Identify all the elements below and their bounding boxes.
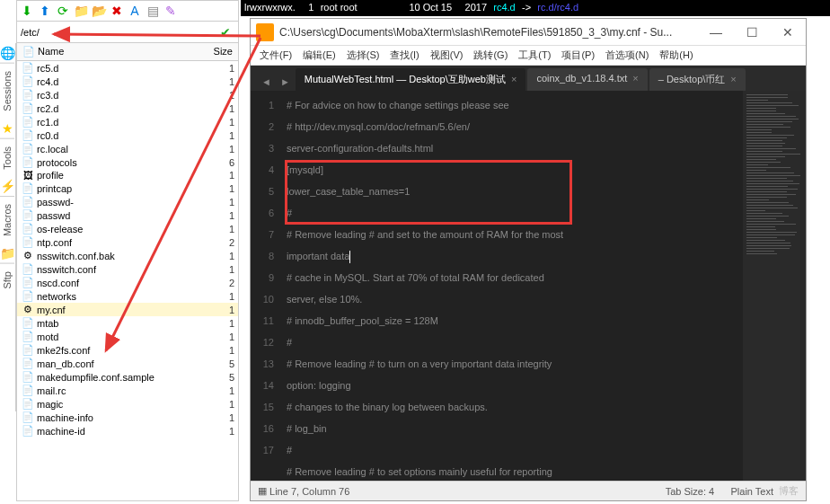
- file-row[interactable]: 📄rc3.d1: [17, 88, 238, 102]
- menu-item[interactable]: 帮助(H): [656, 47, 696, 64]
- code-line: lower_case_table_names=1: [287, 181, 743, 202]
- file-size: 1: [208, 318, 234, 329]
- file-row[interactable]: 📄man_db.conf5: [17, 357, 238, 370]
- file-icon: ⚙: [21, 304, 35, 315]
- file-icon: 📄: [21, 223, 35, 234]
- file-row[interactable]: 📄machine-info1: [17, 411, 238, 424]
- file-row[interactable]: 📄motd1: [17, 330, 238, 343]
- file-row[interactable]: 📄makedumpfile.conf.sample5: [17, 370, 238, 384]
- file-name: rc5.d: [35, 63, 208, 74]
- file-row[interactable]: 📄passwd-1: [17, 195, 238, 208]
- tab-sessions[interactable]: Sessions: [0, 63, 14, 119]
- tab-close-icon[interactable]: ×: [730, 74, 736, 84]
- folder-open-icon[interactable]: 📁: [73, 3, 89, 19]
- tab-next-icon[interactable]: ►: [277, 73, 294, 91]
- file-row[interactable]: 📄protocols6: [17, 155, 238, 169]
- code-line: server-configuration-defaults.html: [287, 137, 743, 159]
- file-row[interactable]: 📄rc0.d1: [17, 128, 238, 142]
- file-row[interactable]: 📄magic1: [17, 397, 238, 411]
- file-row[interactable]: 📄rc2.d1: [17, 102, 238, 115]
- text-icon[interactable]: A: [127, 3, 143, 19]
- status-syntax[interactable]: Plain Text: [731, 486, 774, 497]
- minimap[interactable]: [743, 91, 806, 481]
- menu-item[interactable]: 跳转(G): [470, 47, 511, 64]
- file-row[interactable]: 📄mke2fs.conf1: [17, 343, 238, 357]
- editor-tabs: ◄ ► MutualWebTest.html — Desktop\互助web测试…: [251, 66, 806, 91]
- close-button[interactable]: ✕: [770, 25, 806, 40]
- file-icon: 📄: [21, 89, 35, 101]
- file-size: 1: [208, 103, 234, 114]
- tab-macros[interactable]: Macros: [0, 196, 14, 243]
- file-row[interactable]: 📄os-release1: [17, 222, 238, 235]
- code-line: # For advice on how to change settings p…: [287, 94, 743, 116]
- file-row[interactable]: 📄nscd.conf2: [17, 276, 238, 289]
- col-name[interactable]: 📄 Name: [17, 43, 202, 60]
- file-name: profile: [35, 170, 208, 181]
- delete-icon[interactable]: ✖: [109, 3, 125, 19]
- status-tabsize[interactable]: Tab Size: 4: [666, 486, 714, 497]
- code-area[interactable]: # For advice on how to change settings p…: [281, 91, 743, 481]
- file-name: mtab: [35, 318, 208, 329]
- menu-item[interactable]: 选择(S): [343, 47, 384, 64]
- file-row[interactable]: 📄nsswitch.conf1: [17, 262, 238, 276]
- code-line: # changes to the binary log between back…: [287, 396, 743, 418]
- file-icon: 📄: [21, 143, 35, 155]
- code-line: important data: [287, 245, 743, 267]
- file-icon: 📄: [21, 385, 35, 396]
- file-size: 1: [208, 412, 234, 423]
- file-row[interactable]: 📄machine-id1: [17, 424, 238, 438]
- file-toolbar: ⬇ ⬆ ⟳ 📁 📂 ✖ A ▤ ✎: [16, 0, 239, 22]
- new-folder-icon[interactable]: 📂: [91, 3, 107, 19]
- file-row[interactable]: 📄passwd1: [17, 208, 238, 222]
- refresh-icon[interactable]: ⟳: [55, 3, 71, 19]
- file-icon: 📄: [21, 317, 35, 329]
- doc-icon[interactable]: ▤: [145, 3, 161, 19]
- file-row[interactable]: 📄ntp.conf2: [17, 235, 238, 249]
- col-size[interactable]: Size: [202, 43, 238, 60]
- file-row[interactable]: ⚙nsswitch.conf.bak1: [17, 249, 238, 262]
- maximize-button[interactable]: ☐: [734, 25, 770, 40]
- file-row[interactable]: 📄networks1: [17, 289, 238, 303]
- tab-tools[interactable]: Tools: [0, 138, 14, 177]
- file-row[interactable]: 📄rc5.d1: [17, 61, 238, 75]
- file-name: makedumpfile.conf.sample: [35, 372, 208, 383]
- file-size: 1: [208, 90, 234, 101]
- editor-tab[interactable]: coinx_db_v1.18.4.txt×: [527, 68, 647, 91]
- menu-item[interactable]: 文件(F): [256, 47, 296, 64]
- download-icon[interactable]: ⬇: [19, 3, 35, 19]
- path-input[interactable]: [17, 27, 220, 38]
- file-row[interactable]: 📄mtab1: [17, 316, 238, 330]
- file-row[interactable]: 📄printcap1: [17, 181, 238, 195]
- menu-item[interactable]: 视图(V): [427, 47, 467, 64]
- editor-tab[interactable]: – Desktop\币红×: [649, 68, 746, 91]
- status-pos[interactable]: Line 7, Column 76: [269, 486, 349, 497]
- file-row[interactable]: 📄mail.rc1: [17, 384, 238, 397]
- editor-tab[interactable]: MutualWebTest.html — Desktop\互助web测试×: [296, 68, 526, 91]
- tab-close-icon[interactable]: ×: [632, 73, 638, 84]
- editor-area[interactable]: 1234567891011121314151617 # For advice o…: [251, 91, 806, 481]
- file-row[interactable]: ⚙my.cnf1: [17, 303, 238, 316]
- file-row[interactable]: 🖼profile1: [17, 169, 238, 181]
- file-name: mail.rc: [35, 385, 208, 396]
- menu-item[interactable]: 查找(I): [386, 47, 422, 64]
- file-size: 1: [208, 144, 234, 155]
- file-row[interactable]: 📄rc.local1: [17, 142, 238, 155]
- menu-item[interactable]: 首选项(N): [602, 47, 652, 64]
- side-tabs: 🌐 Sessions ★ Tools ⚡ Macros 📁 Sftp: [0, 43, 16, 411]
- menu-item[interactable]: 编辑(E): [299, 47, 340, 64]
- status-icon: ▦: [258, 485, 267, 497]
- code-line: # Remove leading # to set options mainly…: [287, 461, 743, 481]
- tab-sftp[interactable]: Sftp: [0, 263, 14, 296]
- file-row[interactable]: 📄rc4.d1: [17, 75, 238, 88]
- minimize-button[interactable]: —: [698, 25, 734, 40]
- tab-close-icon[interactable]: ×: [511, 74, 517, 84]
- file-size: 1: [208, 305, 234, 315]
- file-name: rc0.d: [35, 130, 208, 141]
- file-row[interactable]: 📄rc1.d1: [17, 115, 238, 128]
- upload-icon[interactable]: ⬆: [37, 3, 53, 19]
- menu-item[interactable]: 工具(T): [515, 47, 554, 64]
- edit-icon[interactable]: ✎: [163, 3, 179, 19]
- tab-prev-icon[interactable]: ◄: [258, 73, 275, 91]
- menu-item[interactable]: 项目(P): [558, 47, 598, 64]
- file-name: ntp.conf: [35, 237, 208, 248]
